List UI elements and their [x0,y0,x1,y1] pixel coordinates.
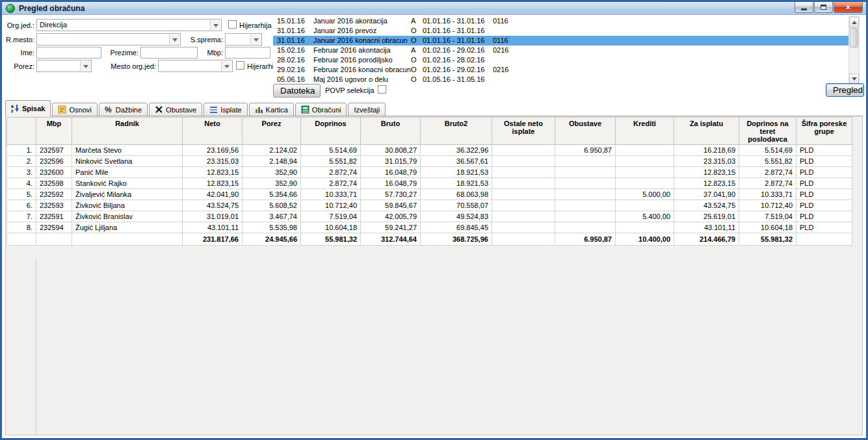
period-code: 0216 [493,45,508,55]
period-list-item[interactable]: 31.01.16Januar 2016 konacni obracunO01.0… [273,36,848,45]
chevron-down-icon [169,34,179,44]
tab-spisak[interactable]: azSpisak [5,100,51,116]
table-row[interactable]: 1.232597Marčeta Stevo23.169,562.124,025.… [7,145,852,156]
period-list-item[interactable]: 31.01.16Januar 2016 prevozO01.01.16 - 31… [273,26,848,36]
scroll-down-button[interactable] [849,73,859,84]
scroll-up-button[interactable] [849,17,859,27]
ime-label: Ime: [2,48,34,57]
column-header[interactable]: Doprinos na teret poslodavca [739,118,796,145]
tab-strip: azSpisakOsnovi%DažbineObustaveIsplateKar… [5,100,863,116]
tab-dazbine[interactable]: %Dažbine [99,103,148,116]
cell: 68.063,98 [421,189,492,200]
prezime-input[interactable] [140,47,198,58]
s-sprema-label: S.sprema: [184,35,223,44]
cell: 2.872,74 [739,178,796,189]
hijerarhija-bottom-checkbox[interactable] [236,61,244,70]
cell: 5.000,00 [616,189,674,200]
tab-obustave[interactable]: Obustave [149,103,202,116]
cell [492,200,555,211]
cell: 5.514,69 [301,145,361,156]
column-header[interactable]: Bruto [361,118,421,145]
cell: PLD [796,156,852,167]
total-cell [36,233,72,246]
scrollbar-thumb[interactable] [850,28,858,47]
table-row[interactable]: 5.232592Živaljević Milanka42.041,905.354… [7,189,852,200]
total-cell: 10.400,00 [616,233,674,246]
povp-selekcija-label: POVP selekcija [325,86,375,95]
column-header[interactable]: Krediti [616,118,674,145]
close-icon: ✕ [845,3,850,12]
tab-label: Isplate [220,106,241,114]
table-row[interactable]: 2.232596Ninković Svetlana23.315,032.148,… [7,156,852,167]
cell: 5.535,98 [243,222,301,233]
period-list-item[interactable]: 05.06.16Maj 2016 ugovor o deluO01.05.16 … [273,75,848,84]
tab-kartica[interactable]: Kartica [249,103,294,116]
cell: 16.218,69 [674,145,739,156]
cell: 23.169,56 [183,145,243,156]
tab-isplate[interactable]: Isplate [204,103,247,116]
cell: 7. [7,211,36,222]
table-row[interactable]: 3.232600Panić Mile12.823,15352,902.872,7… [7,167,852,178]
datoteka-button[interactable]: Datoteka [273,84,321,97]
s-sprema-select[interactable] [225,33,262,45]
org-jed-select[interactable]: Direkcija [36,19,222,31]
cell: 70.558,07 [421,200,492,211]
total-cell: 55.981,32 [301,233,361,246]
mesto-org-jed-select[interactable] [158,60,233,72]
povp-selekcija-checkbox[interactable] [378,85,386,94]
r-mesto-select[interactable] [36,33,181,45]
table-row[interactable]: 7.232591Živković Branislav31.019,013.467… [7,211,852,222]
column-header[interactable]: Ostale neto isplate [492,118,555,145]
table-row[interactable]: 6.232593Živković Biljana43.524,755.608,5… [7,200,852,211]
cell: 2.148,94 [243,156,301,167]
tab-izvestaji[interactable]: Izveštaji [348,103,386,116]
list-icon [209,105,218,114]
minimize-button[interactable] [795,2,813,13]
column-header[interactable]: Bruto2 [421,118,492,145]
period-list-scrollbar[interactable] [848,16,860,84]
close-button[interactable]: ✕ [834,2,863,13]
mbp-input[interactable] [225,47,270,58]
pregled-button[interactable]: Pregled [826,83,864,97]
maximize-button[interactable] [814,2,833,13]
cell: PLD [796,222,852,233]
cell: 30.808,27 [361,145,421,156]
period-name: Maj 2016 ugovor o delu [313,75,388,84]
cell: 2.872,74 [301,178,361,189]
total-cell [796,233,852,246]
cell [555,222,616,233]
cell [492,189,555,200]
period-list-item[interactable]: 15.01.16Januar 2016 akontacijaA01.01.16 … [273,16,848,26]
column-header[interactable]: Doprinos [301,118,361,145]
total-cell [492,233,555,246]
cell: 10.712,40 [739,200,796,211]
column-header[interactable]: Neto [183,118,243,145]
cell: Živaljević Milanka [72,189,183,200]
chevron-down-icon [221,61,231,71]
column-header[interactable]: Obustave [555,118,616,145]
cell: PLD [796,167,852,178]
period-list-item[interactable]: 28.02.16Februar 2016 porodiljskoO01.02.1… [273,55,848,65]
column-header[interactable]: Porez [243,118,301,145]
hijerarhija-top-checkbox[interactable] [228,20,237,29]
chevron-down-icon [250,34,261,44]
column-header[interactable]: Za isplatu [674,118,739,145]
period-list-item[interactable]: 29.02.16Februar 2016 konacni obracunO01.… [273,65,848,75]
period-date: 31.01.16 [277,36,305,45]
column-header[interactable]: Šifra poreske grupe [796,118,852,145]
cell: 7.519,04 [301,211,361,222]
column-header[interactable]: Mbp [36,118,72,145]
porez-select[interactable] [36,60,92,72]
tab-obracuni[interactable]: Obračuni [295,103,347,116]
tab-osnovi[interactable]: Osnovi [52,103,97,116]
column-header[interactable]: Radnik [72,118,183,145]
table-row[interactable]: 4.232598Stanković Rajko12.823,15352,902.… [7,178,852,189]
period-range: 01.01.16 - 31.01.16 [423,26,484,36]
period-type: O [411,65,417,75]
table-row[interactable]: 8.232594Žugić Ljiljana43.101,115.535,981… [7,222,852,233]
period-list-item[interactable]: 15.02.16Februar 2016 akontacijaA01.02.16… [273,45,848,55]
ime-input[interactable] [36,47,101,58]
totals-row: 231.817,6624.945,6655.981,32312.744,6436… [7,233,852,246]
column-header[interactable] [7,118,36,145]
period-code: 0216 [493,65,508,75]
